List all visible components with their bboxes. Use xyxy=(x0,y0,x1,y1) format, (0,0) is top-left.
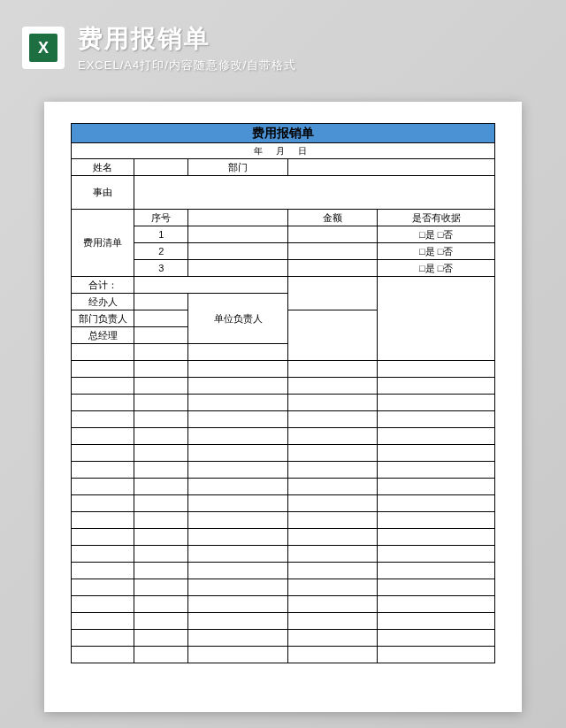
field-desc-header xyxy=(188,210,287,226)
blank-r1c2 xyxy=(134,344,188,361)
grid-row xyxy=(72,596,134,613)
grid-row xyxy=(72,411,134,428)
field-total-right[interactable] xyxy=(287,277,378,310)
page-subtitle: EXCEL/A4打印/内容随意修改/自带格式 xyxy=(78,57,296,73)
grid-row xyxy=(72,613,134,630)
field-dept-head[interactable] xyxy=(134,310,188,327)
receipt-3[interactable]: □是 □否 xyxy=(378,260,495,277)
grid-row xyxy=(72,395,134,411)
form-date: 年 月 日 xyxy=(72,143,495,159)
field-name[interactable] xyxy=(134,159,188,176)
grid-row xyxy=(72,428,134,445)
grid-row xyxy=(72,445,134,462)
label-expense-list: 费用清单 xyxy=(72,210,134,277)
title-block: 费用报销单 EXCEL/A4打印/内容随意修改/自带格式 xyxy=(78,22,296,73)
label-name: 姓名 xyxy=(72,159,134,176)
grid-row xyxy=(72,563,134,579)
label-dept-head: 部门负责人 xyxy=(72,310,134,327)
field-reason[interactable] xyxy=(134,176,495,210)
seq-2: 2 xyxy=(134,243,188,260)
amount-3[interactable] xyxy=(287,260,378,277)
label-receipt: 是否有收据 xyxy=(378,210,495,226)
grid-row xyxy=(72,546,134,563)
page-title: 费用报销单 xyxy=(78,22,296,56)
label-unit-head: 单位负责人 xyxy=(188,294,287,344)
page-header: X 费用报销单 EXCEL/A4打印/内容随意修改/自带格式 xyxy=(0,0,566,87)
field-unit-head[interactable] xyxy=(287,310,378,361)
field-handler[interactable] xyxy=(134,294,188,310)
field-total-left[interactable] xyxy=(134,277,287,294)
grid-row xyxy=(72,579,134,596)
seq-1: 1 xyxy=(134,226,188,243)
document-paper: 费用报销单 年 月 日 姓名 部门 事由 费用清单 序号 金额 是否有收据 1 … xyxy=(44,102,522,712)
amount-2[interactable] xyxy=(287,243,378,260)
amount-1[interactable] xyxy=(287,226,378,243)
desc-2[interactable] xyxy=(188,243,287,260)
grid-row xyxy=(72,378,134,395)
grid-row xyxy=(72,361,134,378)
field-dept[interactable] xyxy=(287,159,494,176)
grid-row xyxy=(72,512,134,529)
blank-r1c3 xyxy=(188,344,287,361)
grid-row xyxy=(72,630,134,647)
seq-3: 3 xyxy=(134,260,188,277)
form-title: 费用报销单 xyxy=(72,124,495,143)
grid-row xyxy=(72,647,134,663)
label-amount: 金额 xyxy=(287,210,378,226)
grid-row xyxy=(72,462,134,479)
grid-row xyxy=(72,479,134,495)
label-reason: 事由 xyxy=(72,176,134,210)
desc-1[interactable] xyxy=(188,226,287,243)
receipt-2[interactable]: □是 □否 xyxy=(378,243,495,260)
label-gm: 总经理 xyxy=(72,327,134,344)
expense-form-table: 费用报销单 年 月 日 姓名 部门 事由 费用清单 序号 金额 是否有收据 1 … xyxy=(71,123,495,663)
grid-row xyxy=(72,529,134,546)
excel-icon: X xyxy=(22,27,65,69)
desc-3[interactable] xyxy=(188,260,287,277)
field-right-block[interactable] xyxy=(378,277,495,361)
blank-r1c1 xyxy=(72,344,134,361)
excel-icon-letter: X xyxy=(29,34,57,62)
label-total: 合计： xyxy=(72,277,134,294)
receipt-1[interactable]: □是 □否 xyxy=(378,226,495,243)
grid-row xyxy=(72,495,134,512)
label-seq: 序号 xyxy=(134,210,188,226)
label-dept: 部门 xyxy=(188,159,287,176)
field-gm[interactable] xyxy=(134,327,188,344)
label-handler: 经办人 xyxy=(72,294,134,310)
